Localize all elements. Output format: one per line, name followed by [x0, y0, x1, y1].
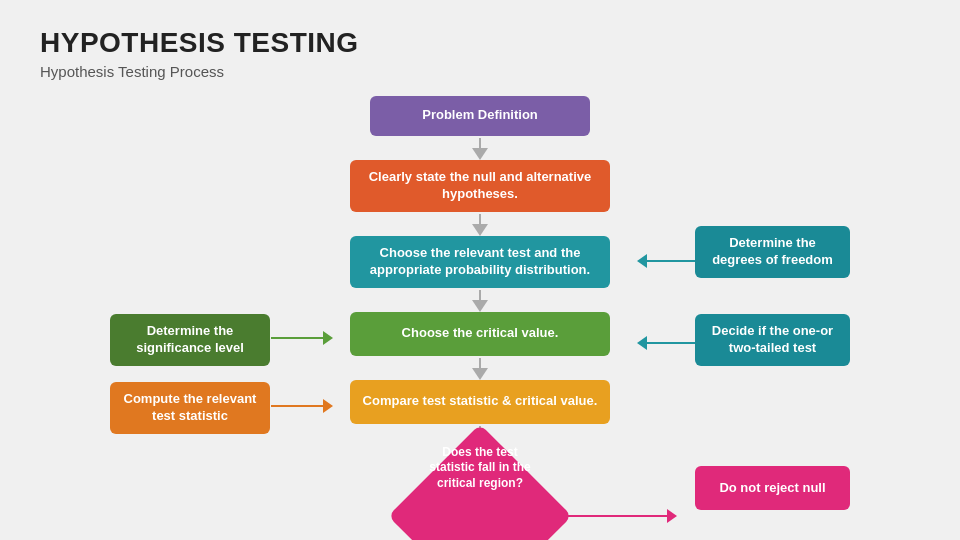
box-degrees: Determine the degrees of freedom — [695, 226, 850, 278]
arrow-decide-critical — [637, 336, 695, 350]
problem-label: Problem Definition — [370, 96, 590, 136]
compute-label: Compute the relevant test statistic — [110, 382, 270, 434]
test-label: Choose the relevant test and the appropr… — [350, 236, 610, 288]
arrow-2 — [472, 214, 488, 236]
arrow-sig-critical — [271, 331, 333, 345]
hypotheses-label: Clearly state the null and alternative h… — [350, 160, 610, 212]
box-problem: Problem Definition — [370, 96, 590, 136]
box-do-not-reject: Do not reject null — [695, 466, 850, 510]
page-title: HYPOTHESIS TESTING — [40, 28, 920, 59]
box-test: Choose the relevant test and the appropr… — [350, 236, 610, 288]
degrees-label: Determine the degrees of freedom — [695, 226, 850, 278]
box-critical: Choose the critical value. — [350, 312, 610, 356]
critical-label: Choose the critical value. — [350, 312, 610, 356]
arrow-4 — [472, 358, 488, 380]
arrow-compute-compare — [271, 399, 333, 413]
compare-label: Compare test statistic & critical value. — [350, 380, 610, 424]
box-compare: Compare test statistic & critical value. — [350, 380, 610, 424]
flowchart: Problem Definition Clearly state the nul… — [40, 96, 920, 526]
do-not-reject-label: Do not reject null — [695, 466, 850, 510]
decide-label: Decide if the one-or two-tailed test — [695, 314, 850, 366]
diamond-text: Does the test statistic fall in the crit… — [420, 445, 540, 492]
box-significance: Determine the significance level — [110, 314, 270, 366]
significance-label: Determine the significance level — [110, 314, 270, 366]
box-decide: Decide if the one-or two-tailed test — [695, 314, 850, 366]
page-subtitle: Hypothesis Testing Process — [40, 63, 920, 80]
arrow-diamond-donotreject — [552, 509, 677, 523]
arrow-degrees-test — [637, 254, 695, 268]
box-hypotheses: Clearly state the null and alternative h… — [350, 160, 610, 212]
slide: HYPOTHESIS TESTING Hypothesis Testing Pr… — [0, 0, 960, 540]
arrow-1 — [472, 138, 488, 160]
box-compute: Compute the relevant test statistic — [110, 382, 270, 434]
arrow-3 — [472, 290, 488, 312]
